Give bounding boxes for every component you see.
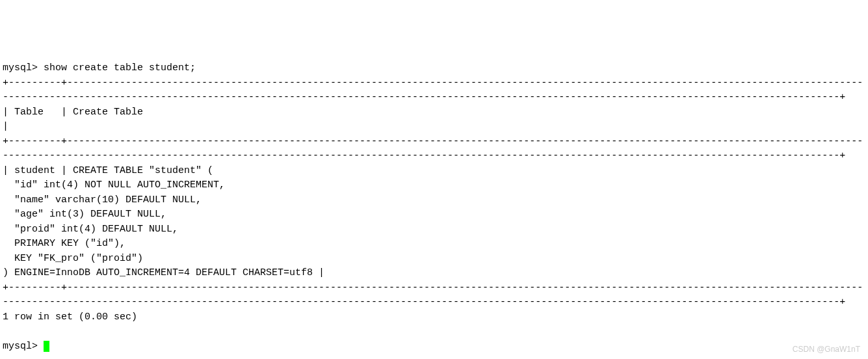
table-data-line: "name" varchar(10) DEFAULT NULL, — [3, 194, 202, 206]
border-line: +---------+-----------------------------… — [3, 77, 863, 103]
table-header: | Table | Create Table — [3, 107, 868, 133]
table-data-line: ) ENGINE=InnoDB AUTO_INCREMENT=4 DEFAULT… — [3, 267, 324, 278]
table-data-line: "proid" int(4) DEFAULT NULL, — [3, 224, 178, 235]
command-input: show create table student; — [44, 62, 196, 73]
table-data-line: PRIMARY KEY ("id"), — [3, 238, 125, 249]
table-data-line: | student | CREATE TABLE "student" ( — [3, 165, 213, 176]
prompt-end: mysql> — [3, 341, 44, 352]
border-line: +---------+-----------------------------… — [3, 136, 863, 162]
prompt: mysql> — [3, 62, 38, 73]
terminal-output[interactable]: mysql> show create table student; +-----… — [3, 61, 865, 354]
cursor-icon — [44, 341, 49, 352]
table-data-line: "age" int(3) DEFAULT NULL, — [3, 209, 166, 220]
table-data-line: "id" int(4) NOT NULL AUTO_INCREMENT, — [3, 180, 225, 191]
table-data-line: KEY "FK_pro" ("proid") — [3, 253, 143, 264]
result-summary: 1 row in set (0.00 sec) — [3, 312, 137, 323]
watermark-text: CSDN @GnaW1nT — [793, 343, 860, 355]
border-line: +---------+-----------------------------… — [3, 282, 863, 308]
